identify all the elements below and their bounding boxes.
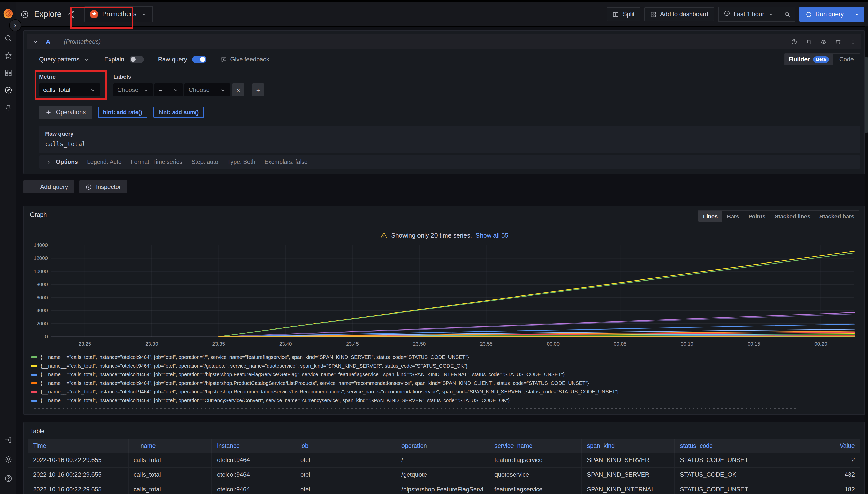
column-header-operation[interactable]: operation (396, 439, 489, 453)
hide-query-eye-icon[interactable] (820, 38, 827, 45)
legend-item[interactable]: {__name__="calls_total", instance="otelc… (31, 353, 865, 361)
query-row-header[interactable]: A (Prometheus) (27, 34, 862, 49)
query-help-icon[interactable] (791, 38, 797, 45)
add-label-filter-button[interactable]: + (252, 83, 264, 96)
datasource-picker[interactable]: Prometheus (85, 6, 153, 22)
gear-icon[interactable] (0, 450, 16, 468)
column-header-name[interactable]: __name__ (129, 439, 212, 453)
time-range-picker[interactable]: Last 1 hour (718, 7, 779, 21)
alerting-bell-icon[interactable] (0, 98, 16, 116)
builder-tab[interactable]: Builder Beta (785, 54, 833, 65)
clipped-legend-row (34, 408, 796, 409)
table-cell: 182 (767, 482, 861, 494)
give-feedback-link[interactable]: Give feedback (220, 56, 269, 63)
page-scrollbar[interactable] (865, 26, 868, 494)
starred-icon[interactable] (0, 47, 16, 64)
graph-mode-points[interactable]: Points (744, 211, 770, 222)
table-cell: 2 (767, 453, 861, 468)
search-icon[interactable] (0, 30, 16, 47)
inspector-button[interactable]: Inspector (79, 180, 127, 193)
table-cell: otelcol:9464 (212, 482, 295, 494)
table-cell: calls_total (129, 453, 212, 468)
table-cell: STATUS_CODE_UNSET (675, 482, 767, 494)
column-header-span-kind[interactable]: span_kind (582, 439, 675, 453)
chart-series (218, 336, 854, 337)
sign-in-icon[interactable] (0, 431, 16, 448)
legend-swatch-icon (31, 374, 37, 376)
column-header-time[interactable]: Time (28, 439, 129, 453)
zoom-out-time-button[interactable] (779, 7, 795, 21)
legend-swatch-icon (31, 382, 37, 384)
raw-query-label: Raw query (158, 56, 187, 63)
hint-add-rate-button[interactable]: hint: add rate() (98, 107, 147, 118)
run-query-button[interactable]: Run query (799, 6, 864, 22)
add-query-button[interactable]: Add query (23, 180, 74, 193)
svg-text:23:25: 23:25 (78, 341, 91, 347)
delete-query-trash-icon[interactable] (835, 38, 842, 45)
legend-item[interactable]: {__name__="calls_total", instance="otelc… (31, 361, 865, 370)
label-operator-select[interactable]: = (155, 83, 183, 96)
grafana-logo-icon[interactable] (0, 6, 16, 21)
prometheus-logo-icon (90, 10, 98, 18)
graph-mode-stacked-bars[interactable]: Stacked bars (815, 211, 859, 222)
column-header-instance[interactable]: instance (212, 439, 295, 453)
share-icon[interactable] (68, 11, 75, 18)
run-query-caret[interactable] (850, 6, 864, 22)
query-patterns-dropdown[interactable]: Query patterns (39, 56, 90, 63)
graph-mode-bars[interactable]: Bars (722, 211, 744, 222)
graph-mode-lines[interactable]: Lines (699, 211, 722, 222)
option-exemplars: Exemplars: false (265, 159, 308, 165)
metric-label: Metric (39, 74, 100, 80)
raw-query-toggle[interactable] (192, 56, 206, 63)
warning-icon (380, 231, 387, 239)
apps-icon[interactable] (0, 64, 16, 81)
add-operation-button[interactable]: Operations (39, 106, 92, 119)
options-row[interactable]: Options Legend: Auto Format: Time series… (39, 155, 861, 169)
collapse-chevron-icon[interactable] (32, 38, 39, 45)
legend-item[interactable]: {__name__="calls_total", instance="otelc… (31, 396, 865, 405)
split-button[interactable]: Split (607, 7, 640, 21)
legend-item[interactable]: {__name__="calls_total", instance="otelc… (31, 387, 865, 396)
graph-mode-stacked-lines[interactable]: Stacked lines (770, 211, 815, 222)
label-value-select[interactable]: Choose (184, 83, 230, 96)
column-header-service-name[interactable]: service_name (489, 439, 582, 453)
legend-item[interactable]: {__name__="calls_total", instance="otelc… (31, 379, 865, 387)
help-icon[interactable] (0, 470, 16, 487)
table-cell: STATUS_CODE_OK (675, 468, 767, 482)
add-to-dashboard-label: Add to dashboard (660, 11, 708, 18)
hint-add-sum-button[interactable]: hint: add sum() (153, 107, 204, 118)
time-series-chart[interactable]: 0200040006000800010000120001400023:2523:… (29, 240, 858, 351)
column-header-job[interactable]: job (295, 439, 396, 453)
table-cell: SPAN_KIND_SERVER (582, 468, 675, 482)
legend-swatch-icon (31, 391, 37, 393)
explain-label: Explain (105, 56, 125, 63)
show-all-series-link[interactable]: Show all 55 (475, 232, 508, 239)
column-header-status-code[interactable]: status_code (675, 439, 767, 453)
remove-label-filter-button[interactable]: × (232, 83, 245, 96)
explore-actions-row: Add query Inspector (23, 180, 865, 193)
table-cell: /hipstershop.FeatureFlagServi… (396, 482, 489, 494)
svg-text:23:45: 23:45 (346, 341, 359, 347)
label-name-select[interactable]: Choose (113, 83, 153, 96)
duplicate-query-icon[interactable] (806, 38, 812, 45)
warning-text: Showing only 20 time series. (391, 232, 472, 239)
legend-item[interactable]: {__name__="calls_total", instance="otelc… (31, 370, 865, 379)
add-to-dashboard-button[interactable]: Add to dashboard (645, 7, 714, 21)
metric-select[interactable]: calls_total (39, 83, 100, 96)
option-step: Step: auto (192, 159, 218, 165)
table-cell: 2022-10-16 00:22:29.655 (28, 453, 129, 468)
top-bar: Explore Prometheus Split Add to dashboar… (0, 2, 868, 27)
code-tab[interactable]: Code (833, 56, 860, 63)
drag-handle-icon[interactable] (850, 38, 856, 45)
explore-nav-icon[interactable] (0, 81, 16, 98)
svg-text:23:55: 23:55 (480, 341, 493, 347)
operations-row: Operations hint: add rate() hint: add su… (39, 106, 861, 119)
column-header-value[interactable]: Value (767, 439, 861, 453)
legend-label: {__name__="calls_total", instance="otelc… (41, 398, 510, 403)
explain-toggle[interactable] (129, 56, 144, 63)
raw-query-label: Raw query (45, 131, 854, 137)
time-range-label: Last 1 hour (734, 11, 764, 18)
sidebar-expand-button[interactable]: › (9, 19, 21, 32)
options-label: Options (56, 159, 78, 165)
svg-text:23:30: 23:30 (145, 341, 158, 347)
